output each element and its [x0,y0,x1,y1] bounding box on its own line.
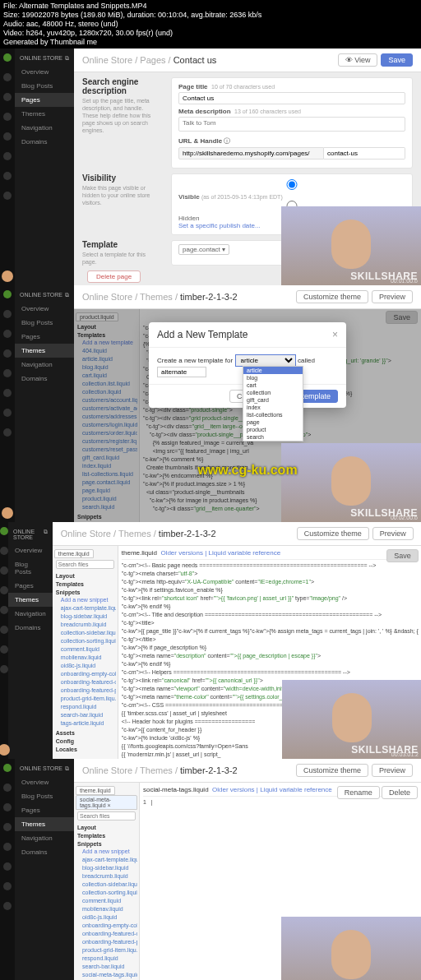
file-item[interactable]: onboarding-featured-p... [76,938,137,946]
file-search-input[interactable] [77,811,136,821]
home-icon[interactable] [0,527,8,535]
sidebar-item-domains[interactable]: Domains [15,372,74,386]
nav-icon[interactable] [0,566,8,575]
nav-icon[interactable] [3,389,12,397]
popout-icon[interactable]: ⧉ [65,765,69,772]
info-icon[interactable]: ⓘ [224,137,230,145]
nav-icon[interactable] [3,330,12,338]
sidebar-item-pages[interactable]: Pages [15,93,74,107]
nav-icon[interactable] [3,73,12,81]
file-item[interactable]: search-bar.liquid [54,711,116,719]
sidebar-item-blog-posts[interactable]: Blog Posts [15,79,74,93]
liquid-ref-link[interactable]: Liquid variable reference [209,549,281,557]
template-type-select[interactable]: article [235,354,296,367]
nav-icon[interactable] [3,902,12,910]
group-templates[interactable]: Templates [56,581,116,587]
nav-icon[interactable] [3,862,12,871]
nav-icon[interactable] [3,784,12,792]
nav-icon[interactable] [3,803,12,811]
older-versions-link[interactable]: Older versions [212,786,255,793]
file-item[interactable]: onboarding-featured-c... [76,930,137,938]
file-item[interactable]: tags-article.liquid [54,719,116,728]
file-item[interactable]: collection-sorting.liquid [76,889,137,897]
file-item[interactable]: collection-sorting.liquid [54,637,116,645]
file-item[interactable]: ajax-cart-template.liquid [54,604,116,612]
sidebar-item-overview[interactable]: Overview [8,543,53,557]
file-item[interactable]: social-meta-tags.liquid [76,971,137,979]
file-item[interactable]: product-grid-item.liqu... [76,946,137,955]
preview-button[interactable]: Preview [372,290,413,303]
group-assets[interactable]: Assets [56,730,116,736]
nav-icon[interactable] [0,665,8,673]
nav-icon[interactable] [0,606,8,614]
close-icon[interactable]: × [107,802,110,808]
file-item[interactable]: onboarding-featured-p... [54,686,116,695]
file-item[interactable]: blog-sidebar.liquid [76,864,137,872]
file-item[interactable]: oid8c-js.liquid [54,662,116,670]
file-item[interactable]: ajax-cart-template.liquid [76,856,137,864]
file-item[interactable]: mobilenav.liquid [76,905,137,913]
nav-icon[interactable] [0,645,8,654]
liquid-ref-link[interactable]: Liquid variable reference [260,786,332,793]
nav-icon[interactable] [3,882,12,890]
older-versions-link[interactable]: Older versions [160,549,203,557]
editor-tab-active[interactable]: social-meta-tags.liquid × [76,795,137,810]
file-item[interactable]: collection-sidebar.liquid [76,881,137,889]
nav-icon[interactable] [0,547,8,555]
nav-icon[interactable] [3,310,12,318]
sidebar-item-navigation[interactable]: Navigation [15,358,74,372]
file-search-input[interactable] [56,560,114,569]
nav-icon[interactable] [3,369,12,377]
file-item[interactable]: breadcrumb.liquid [54,621,116,629]
file-item[interactable]: onboarding-featured-c... [54,678,116,686]
editor-tab[interactable]: theme.liquid [76,786,115,795]
sidebar-item-navigation[interactable]: Navigation [15,831,74,845]
nav-icon[interactable] [3,152,12,160]
nav-icon[interactable] [3,93,12,101]
nav-icon[interactable] [0,586,8,594]
sidebar-item-domains[interactable]: Domains [8,621,53,635]
customize-theme-button[interactable]: Customize theme [296,290,368,303]
delete-page-button[interactable]: Delete page [87,270,141,283]
avatar[interactable] [2,507,13,519]
sidebar-item-pages[interactable]: Pages [15,330,74,344]
preview-button[interactable]: Preview [372,764,413,777]
nav-icon[interactable] [3,428,12,437]
sidebar-item-pages[interactable]: Pages [15,803,74,817]
file-item[interactable]: oid8c-js.liquid [76,913,137,922]
customize-theme-button[interactable]: Customize theme [296,764,368,777]
page-title-input[interactable] [178,92,405,104]
nav-icon[interactable] [3,843,12,851]
sidebar-item-navigation[interactable]: Navigation [15,121,74,135]
dropdown-option[interactable]: index [243,404,303,411]
file-item[interactable]: onboarding-empty-coll... [54,670,116,678]
dropdown-option[interactable]: gift_card [243,396,303,404]
sidebar-item-themes[interactable]: Themes [15,107,74,121]
file-item[interactable]: product-grid-item.liqu... [54,695,116,703]
view-button[interactable]: 👁 View [338,53,378,67]
visible-radio[interactable] [178,179,405,190]
sidebar-item-blog-posts[interactable]: Blog Posts [15,789,74,803]
group-layout[interactable]: Layout [77,825,137,830]
file-item[interactable]: onboarding-empty-coll... [76,922,137,930]
nav-icon[interactable] [3,823,12,831]
avatar[interactable] [2,270,13,282]
dropdown-option[interactable]: blog [243,374,303,381]
popout-icon[interactable]: ⧉ [65,292,69,298]
dropdown-option[interactable]: article [243,367,303,374]
group-snippets[interactable]: Snippets [77,841,137,847]
group-snippets[interactable]: Snippets [56,589,116,595]
add-snippet-link[interactable]: Add a new snippet [76,848,137,856]
rename-button[interactable]: Rename [337,786,380,799]
sidebar-item-navigation[interactable]: Navigation [8,607,53,621]
home-icon[interactable] [3,764,12,772]
sidebar-item-blog-posts[interactable]: Blog Posts [8,557,53,579]
sidebar-item-themes[interactable]: Themes [8,593,53,607]
dropdown-option[interactable]: search [243,433,303,441]
sidebar-item-overview[interactable]: Overview [15,775,74,789]
group-locales[interactable]: Locales [56,747,116,752]
editor-tab[interactable]: theme.liquid [54,549,94,558]
file-item[interactable]: search-bar.liquid [76,963,137,971]
file-item[interactable]: respond.liquid [54,703,116,711]
file-item[interactable]: comment.liquid [54,645,116,654]
